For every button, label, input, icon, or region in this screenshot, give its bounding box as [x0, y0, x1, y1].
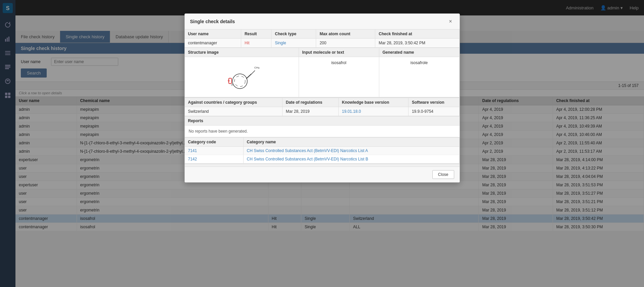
reg-sw-version: 19.9.0-9754 [408, 107, 459, 116]
category-section: Category code Category name 7141CH Swiss… [185, 138, 460, 164]
reg-kb-version: 19.01.18.0 [338, 107, 408, 116]
check-type-link[interactable]: Single [275, 41, 286, 45]
generated-name-cell: isosafrole [379, 57, 460, 97]
svg-point-17 [234, 76, 245, 87]
close-button[interactable]: Close [432, 170, 454, 179]
regulation-row: Switzerland Mar 28, 2019 19.01.18.0 19.9… [185, 107, 460, 116]
svg-line-23 [251, 70, 255, 75]
modal-overlay: Single check details × User name Result … [0, 0, 644, 287]
modal-title: Single check details [190, 19, 235, 24]
detail-col-atoms: Max atom count [316, 30, 375, 39]
result-badge: Hit [245, 41, 250, 45]
svg-text:O: O [231, 84, 233, 86]
reg-col-country: Against countries / category groups [185, 98, 283, 107]
regulation-table: Against countries / category groups Date… [185, 98, 460, 116]
detail-result: Hit [241, 39, 271, 48]
svg-point-16 [232, 74, 247, 89]
category-table: Category code Category name 7141CH Swiss… [185, 138, 460, 163]
reg-country: Switzerland [185, 107, 283, 116]
category-code[interactable]: 7141 [185, 147, 244, 155]
structure-input-header: Input molecule or text [299, 48, 379, 57]
input-molecule-text: isosafrol [331, 60, 346, 65]
molecule-svg: O O CH₃ [221, 60, 262, 94]
svg-text:O: O [228, 80, 230, 82]
detail-type: Single [271, 39, 316, 48]
molecule-image-cell: O O CH₃ [185, 57, 299, 97]
detail-info-section: User name Result Check type Max atom cou… [185, 30, 460, 48]
modal-footer: Close [185, 166, 460, 182]
category-row[interactable]: 7142CH Swiss Controlled Substances Act (… [185, 155, 460, 163]
structure-section: Structure image Input molecule or text G… [185, 48, 460, 98]
reg-col-date: Date of regulations [282, 98, 338, 107]
category-name[interactable]: CH Swiss Controlled Substances Act (Betm… [243, 147, 459, 155]
detail-table: User name Result Check type Max atom cou… [185, 30, 460, 48]
modal-body[interactable]: User name Result Check type Max atom cou… [185, 30, 460, 166]
reports-content: No reports have been generated. [185, 126, 460, 137]
svg-line-21 [246, 75, 251, 79]
modal-header: Single check details × [185, 14, 460, 30]
category-code[interactable]: 7142 [185, 155, 244, 163]
modal-close-button[interactable]: × [447, 18, 454, 25]
reg-col-sw: Software version [408, 98, 459, 107]
detail-username: contentmanager [185, 39, 241, 48]
category-name[interactable]: CH Swiss Controlled Substances Act (Betm… [243, 155, 459, 163]
single-check-modal: Single check details × User name Result … [184, 13, 460, 183]
category-row[interactable]: 7141CH Swiss Controlled Substances Act (… [185, 147, 460, 155]
detail-col-type: Check type [271, 30, 316, 39]
detail-col-username: User name [185, 30, 241, 39]
svg-text:CH₃: CH₃ [254, 66, 259, 69]
category-tbody: 7141CH Swiss Controlled Substances Act (… [185, 147, 460, 163]
regulation-section: Against countries / category groups Date… [185, 98, 460, 116]
structure-name-header: Generated name [379, 48, 460, 57]
cat-col-code: Category code [185, 138, 244, 147]
reg-col-kb: Knowledge base version [338, 98, 408, 107]
reports-section: Reports No reports have been generated. [185, 116, 460, 138]
structure-img-header: Structure image [185, 48, 299, 57]
detail-row: contentmanager Hit Single 200 Mar 28, 20… [185, 39, 460, 48]
input-molecule-cell: isosafrol [299, 57, 379, 97]
detail-col-finished: Check finished at [375, 30, 459, 39]
reg-date: Mar 28, 2019 [282, 107, 338, 116]
detail-col-result: Result [241, 30, 271, 39]
generated-name-link[interactable]: isosafrole [411, 60, 428, 65]
reports-title: Reports [185, 116, 460, 126]
cat-col-name: Category name [243, 138, 459, 147]
structure-grid: Structure image Input molecule or text G… [185, 48, 460, 98]
modal-hscroll[interactable] [185, 164, 460, 166]
svg-line-22 [247, 74, 251, 78]
detail-atoms: 200 [316, 39, 375, 48]
detail-finished: Mar 28, 2019, 3:50:42 PM [375, 39, 459, 48]
